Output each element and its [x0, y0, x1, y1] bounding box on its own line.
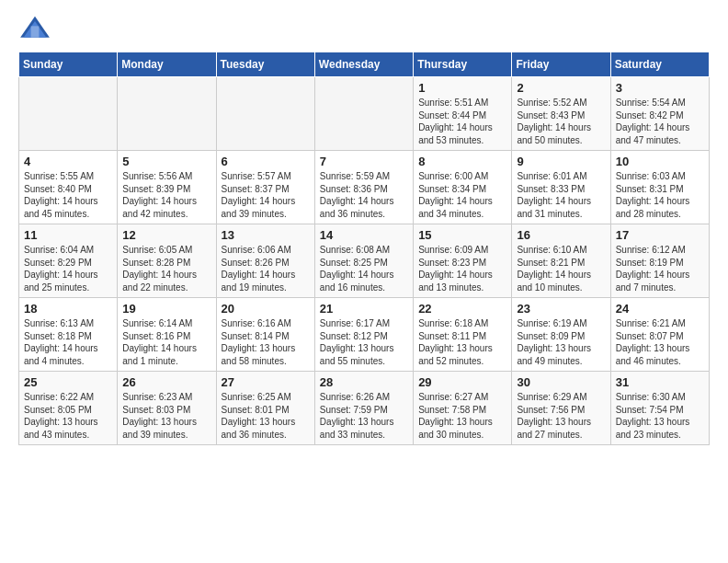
day-number: 6: [222, 155, 310, 168]
calendar-header: SundayMondayTuesdayWednesdayThursdayFrid…: [19, 52, 710, 77]
day-info: Sunrise: 6:04 AM Sunset: 8:29 PM Dayligh…: [24, 244, 112, 293]
day-info: Sunrise: 6:18 AM Sunset: 8:11 PM Dayligh…: [418, 317, 506, 367]
day-info: Sunrise: 5:59 AM Sunset: 8:36 PM Dayligh…: [320, 170, 408, 220]
calendar-cell: 6Sunrise: 5:57 AM Sunset: 8:37 PM Daylig…: [216, 151, 314, 224]
calendar-cell: 9Sunrise: 6:01 AM Sunset: 8:33 PM Daylig…: [512, 151, 610, 224]
day-number: 5: [122, 155, 210, 168]
calendar-cell: 21Sunrise: 6:17 AM Sunset: 8:12 PM Dayli…: [314, 298, 413, 372]
calendar-cell: 10Sunrise: 6:03 AM Sunset: 8:31 PM Dayli…: [610, 151, 709, 224]
day-info: Sunrise: 6:22 AM Sunset: 8:05 PM Dayligh…: [24, 391, 112, 441]
day-number: 3: [616, 81, 704, 95]
day-number: 27: [222, 375, 310, 389]
day-number: 23: [517, 302, 605, 316]
weekday-header: Monday: [118, 52, 216, 77]
svg-rect-2: [31, 26, 40, 37]
day-number: 10: [616, 155, 704, 168]
calendar-cell: 3Sunrise: 5:54 AM Sunset: 8:42 PM Daylig…: [610, 77, 709, 151]
day-info: Sunrise: 6:17 AM Sunset: 8:12 PM Dayligh…: [320, 317, 408, 367]
day-info: Sunrise: 5:51 AM Sunset: 8:44 PM Dayligh…: [418, 97, 506, 146]
day-number: 21: [320, 302, 408, 316]
weekday-row: SundayMondayTuesdayWednesdayThursdayFrid…: [19, 52, 710, 77]
day-number: 29: [418, 375, 506, 389]
day-number: 8: [418, 155, 506, 168]
day-number: 19: [122, 302, 210, 316]
calendar-cell: 12Sunrise: 6:05 AM Sunset: 8:28 PM Dayli…: [118, 224, 216, 298]
calendar-cell: [314, 77, 413, 151]
header: [18, 15, 710, 42]
weekday-header: Friday: [512, 52, 610, 77]
day-info: Sunrise: 6:27 AM Sunset: 7:58 PM Dayligh…: [418, 391, 506, 441]
weekday-header: Thursday: [414, 52, 512, 77]
day-info: Sunrise: 5:57 AM Sunset: 8:37 PM Dayligh…: [222, 170, 310, 220]
weekday-header: Tuesday: [216, 52, 314, 77]
day-number: 25: [24, 375, 112, 389]
day-number: 12: [122, 228, 210, 242]
day-info: Sunrise: 6:23 AM Sunset: 8:03 PM Dayligh…: [122, 391, 210, 441]
day-number: 1: [418, 81, 506, 95]
day-number: 30: [517, 375, 605, 389]
day-info: Sunrise: 6:21 AM Sunset: 8:07 PM Dayligh…: [616, 317, 704, 367]
day-info: Sunrise: 6:30 AM Sunset: 7:54 PM Dayligh…: [616, 391, 704, 441]
day-number: 13: [222, 228, 310, 242]
calendar-cell: [216, 77, 314, 151]
day-info: Sunrise: 6:29 AM Sunset: 7:56 PM Dayligh…: [517, 391, 605, 441]
day-info: Sunrise: 6:01 AM Sunset: 8:33 PM Dayligh…: [517, 170, 605, 220]
calendar-cell: 27Sunrise: 6:25 AM Sunset: 8:01 PM Dayli…: [216, 372, 314, 445]
calendar-week-row: 25Sunrise: 6:22 AM Sunset: 8:05 PM Dayli…: [19, 372, 710, 445]
calendar-cell: 5Sunrise: 5:56 AM Sunset: 8:39 PM Daylig…: [118, 151, 216, 224]
weekday-header: Saturday: [610, 52, 709, 77]
day-number: 2: [517, 81, 605, 95]
calendar-cell: 30Sunrise: 6:29 AM Sunset: 7:56 PM Dayli…: [512, 372, 610, 445]
day-number: 24: [616, 302, 704, 316]
logo: [18, 15, 55, 42]
day-info: Sunrise: 6:14 AM Sunset: 8:16 PM Dayligh…: [122, 317, 210, 367]
day-number: 20: [222, 302, 310, 316]
day-number: 18: [24, 302, 112, 316]
calendar-cell: 4Sunrise: 5:55 AM Sunset: 8:40 PM Daylig…: [19, 151, 118, 224]
calendar-cell: 23Sunrise: 6:19 AM Sunset: 8:09 PM Dayli…: [512, 298, 610, 372]
calendar-cell: 26Sunrise: 6:23 AM Sunset: 8:03 PM Dayli…: [118, 372, 216, 445]
day-number: 7: [320, 155, 408, 168]
day-info: Sunrise: 6:13 AM Sunset: 8:18 PM Dayligh…: [24, 317, 112, 367]
weekday-header: Wednesday: [314, 52, 413, 77]
day-info: Sunrise: 5:52 AM Sunset: 8:43 PM Dayligh…: [517, 97, 605, 146]
day-info: Sunrise: 6:16 AM Sunset: 8:14 PM Dayligh…: [222, 317, 310, 367]
day-info: Sunrise: 6:08 AM Sunset: 8:25 PM Dayligh…: [320, 244, 408, 293]
day-info: Sunrise: 5:55 AM Sunset: 8:40 PM Dayligh…: [24, 170, 112, 220]
calendar-cell: 20Sunrise: 6:16 AM Sunset: 8:14 PM Dayli…: [216, 298, 314, 372]
day-info: Sunrise: 6:12 AM Sunset: 8:19 PM Dayligh…: [616, 244, 704, 293]
calendar-cell: 1Sunrise: 5:51 AM Sunset: 8:44 PM Daylig…: [414, 77, 512, 151]
day-number: 22: [418, 302, 506, 316]
calendar-body: 1Sunrise: 5:51 AM Sunset: 8:44 PM Daylig…: [19, 77, 710, 445]
calendar-week-row: 4Sunrise: 5:55 AM Sunset: 8:40 PM Daylig…: [19, 151, 710, 224]
calendar-cell: 22Sunrise: 6:18 AM Sunset: 8:11 PM Dayli…: [414, 298, 512, 372]
calendar-cell: 29Sunrise: 6:27 AM Sunset: 7:58 PM Dayli…: [414, 372, 512, 445]
calendar-cell: 7Sunrise: 5:59 AM Sunset: 8:36 PM Daylig…: [314, 151, 413, 224]
calendar-cell: 8Sunrise: 6:00 AM Sunset: 8:34 PM Daylig…: [414, 151, 512, 224]
calendar-cell: 17Sunrise: 6:12 AM Sunset: 8:19 PM Dayli…: [610, 224, 709, 298]
calendar-cell: 24Sunrise: 6:21 AM Sunset: 8:07 PM Dayli…: [610, 298, 709, 372]
day-number: 17: [616, 228, 704, 242]
day-info: Sunrise: 6:19 AM Sunset: 8:09 PM Dayligh…: [517, 317, 605, 367]
day-number: 31: [616, 375, 704, 389]
calendar-cell: 31Sunrise: 6:30 AM Sunset: 7:54 PM Dayli…: [610, 372, 709, 445]
calendar-cell: 15Sunrise: 6:09 AM Sunset: 8:23 PM Dayli…: [414, 224, 512, 298]
day-info: Sunrise: 5:56 AM Sunset: 8:39 PM Dayligh…: [122, 170, 210, 220]
calendar-cell: [19, 77, 118, 151]
day-info: Sunrise: 6:03 AM Sunset: 8:31 PM Dayligh…: [616, 170, 704, 220]
day-info: Sunrise: 5:54 AM Sunset: 8:42 PM Dayligh…: [616, 97, 704, 146]
calendar-cell: 2Sunrise: 5:52 AM Sunset: 8:43 PM Daylig…: [512, 77, 610, 151]
calendar-cell: 18Sunrise: 6:13 AM Sunset: 8:18 PM Dayli…: [19, 298, 118, 372]
calendar-cell: 13Sunrise: 6:06 AM Sunset: 8:26 PM Dayli…: [216, 224, 314, 298]
calendar-cell: 28Sunrise: 6:26 AM Sunset: 7:59 PM Dayli…: [314, 372, 413, 445]
day-info: Sunrise: 6:25 AM Sunset: 8:01 PM Dayligh…: [222, 391, 310, 441]
weekday-header: Sunday: [19, 52, 118, 77]
calendar-cell: 11Sunrise: 6:04 AM Sunset: 8:29 PM Dayli…: [19, 224, 118, 298]
day-number: 16: [517, 228, 605, 242]
day-info: Sunrise: 6:00 AM Sunset: 8:34 PM Dayligh…: [418, 170, 506, 220]
day-info: Sunrise: 6:26 AM Sunset: 7:59 PM Dayligh…: [320, 391, 408, 441]
day-info: Sunrise: 6:05 AM Sunset: 8:28 PM Dayligh…: [122, 244, 210, 293]
logo-icon: [18, 15, 51, 42]
day-info: Sunrise: 6:09 AM Sunset: 8:23 PM Dayligh…: [418, 244, 506, 293]
day-number: 9: [517, 155, 605, 168]
